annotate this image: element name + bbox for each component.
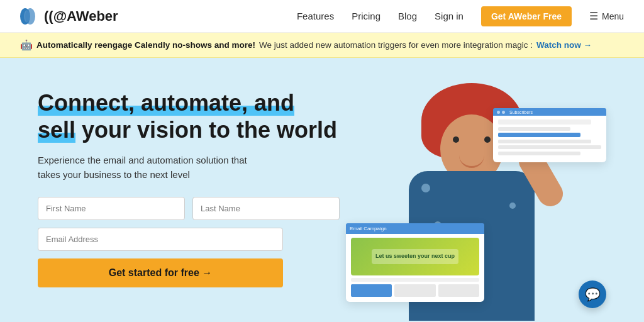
panel-dot-1 bbox=[497, 111, 500, 114]
nav-signin[interactable]: Sign in bbox=[435, 11, 464, 21]
headline-sell: sell bbox=[38, 117, 75, 143]
mockup-row-2 bbox=[498, 127, 570, 131]
get-aweber-free-button[interactable]: Get AWeber Free bbox=[481, 6, 572, 26]
email-stats-panel: Subscribers bbox=[493, 108, 606, 162]
name-fields-row bbox=[38, 197, 340, 220]
announcement-body: We just added new automation triggers fo… bbox=[259, 40, 533, 50]
stat-bar-3 bbox=[438, 284, 479, 297]
announcement-bold: Automatically reengage Calendly no-shows… bbox=[36, 40, 255, 50]
menu-button[interactable]: ☰ Menu bbox=[589, 10, 624, 22]
mockup-row-6 bbox=[498, 152, 580, 155]
chat-button[interactable]: 💬 bbox=[579, 280, 606, 308]
nav-blog[interactable]: Blog bbox=[398, 11, 417, 21]
nav-pricing[interactable]: Pricing bbox=[352, 11, 380, 21]
logo-icon bbox=[20, 8, 40, 25]
headline: Connect, automate, and sell your vision … bbox=[38, 89, 340, 143]
left-content: Connect, automate, and sell your vision … bbox=[38, 83, 340, 287]
stat-bar-1 bbox=[351, 284, 392, 297]
submit-button[interactable]: Get started for free → bbox=[38, 258, 283, 287]
campaign-stats bbox=[351, 284, 479, 297]
campaign-row-1 bbox=[351, 278, 479, 282]
first-name-input[interactable] bbox=[38, 197, 185, 220]
announcement-bar: 🤖 Automatically reengage Calendly no-sho… bbox=[0, 33, 644, 58]
mockup-row-5 bbox=[498, 145, 601, 149]
nav-links: Features Pricing Blog Sign in Get AWeber… bbox=[297, 6, 624, 26]
last-name-input[interactable] bbox=[192, 197, 340, 220]
mockup-row-4 bbox=[498, 140, 591, 143]
chat-icon: 💬 bbox=[585, 287, 601, 302]
main-section: Connect, automate, and sell your vision … bbox=[0, 58, 644, 321]
panel-title: Subscribers bbox=[509, 110, 533, 114]
robot-icon: 🤖 bbox=[20, 39, 33, 51]
headline-rest: your vision to the world bbox=[75, 117, 337, 143]
nav-features[interactable]: Features bbox=[297, 11, 334, 21]
mockup-row-1 bbox=[498, 119, 591, 125]
panel-dot-2 bbox=[502, 111, 505, 114]
svg-point-2 bbox=[24, 10, 30, 23]
subheadline: Experience the email and automation solu… bbox=[38, 153, 252, 182]
announcement-link[interactable]: Watch now → bbox=[536, 40, 592, 50]
headline-highlight: Connect, automate, and bbox=[38, 90, 294, 116]
email-campaign-panel: Email Campaign Let us sweeten your next … bbox=[346, 223, 484, 302]
panel-header: Subscribers bbox=[493, 108, 606, 116]
logo[interactable]: ((@AWeber bbox=[20, 8, 118, 25]
campaign-image: Let us sweeten your next cup bbox=[351, 238, 479, 275]
hamburger-icon: ☰ bbox=[589, 10, 598, 22]
stat-bar-2 bbox=[394, 284, 435, 297]
logo-text: ((@AWeber bbox=[44, 8, 118, 25]
email-input[interactable] bbox=[38, 228, 283, 251]
navbar: ((@AWeber Features Pricing Blog Sign in … bbox=[0, 0, 644, 33]
mockup-row-3 bbox=[498, 133, 580, 137]
right-content: Subscribers Email Campaign Let us sweete… bbox=[340, 83, 619, 321]
menu-label: Menu bbox=[602, 11, 624, 21]
campaign-header: Email Campaign bbox=[346, 223, 484, 234]
